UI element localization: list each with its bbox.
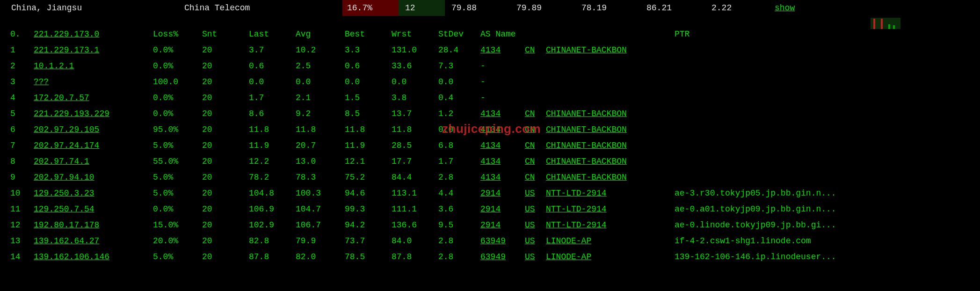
hop-best: 11.9 [345,138,392,153]
hop-number: 7 [10,138,34,153]
hop-last: 0.6 [249,58,296,74]
hop-ptr: ae-0.linode.tokyjp09.jp.bb.gi... [675,217,969,233]
hop-number: 5 [10,106,34,122]
hop-wrst: 13.7 [392,106,438,122]
hop-number: 4 [10,90,34,106]
hop-number: 3 [10,74,34,90]
hop-snt: 20 [202,153,249,169]
hop-avg: 106.7 [296,217,345,233]
hop-loss: 15.0% [153,217,202,233]
hop-snt: 20 [202,106,249,122]
hop-snt: 20 [202,185,249,201]
hop-snt: 20 [202,58,249,74]
hop-ptr [675,122,969,138]
table-row: 3???100.0200.00.00.00.00.0- [10,74,969,90]
hop-ptr: 139-162-106-146.ip.linodeuser... [675,249,969,265]
hop-number: 2 [10,58,34,74]
hop-as: 4134 [480,153,525,169]
hop-ip: 172.20.7.57 [34,90,153,106]
table-row: 13139.162.64.2720.0%2082.879.973.784.02.… [10,233,969,249]
hop-stdev: 3.6 [438,201,480,217]
hop-last: 11.8 [249,122,296,138]
summary-count: 12 [399,0,445,16]
hop-stdev: 0.0 [438,74,480,90]
col-snt: Snt [202,26,249,42]
sparkline [840,0,900,16]
hop-last: 1.7 [249,90,296,106]
hop-ip: 192.80.17.178 [34,217,153,233]
hop-asname: CHINANET-BACKBON [546,106,675,122]
hop-best: 12.1 [345,153,392,169]
hop-last: 87.8 [249,249,296,265]
hop-ptr [675,74,969,90]
hop-wrst: 33.6 [392,58,438,74]
hop-stdev: 0.0 [438,122,480,138]
table-row: 210.1.2.10.0%200.62.50.633.67.3- [10,58,969,74]
hop-asname: CHINANET-BACKBON [546,169,675,185]
hop-cc: CN [525,106,546,122]
hop-as: 4134 [480,138,525,153]
hop-stdev: 9.5 [438,217,480,233]
hop-best: 94.2 [345,217,392,233]
hop-cc: US [525,217,546,233]
hop-wrst: 111.1 [392,201,438,217]
hop-avg: 11.8 [296,122,345,138]
col-last: Last [249,26,296,42]
hop-as: 2914 [480,217,525,233]
mtr-table: 0. 221.229.173.0 Loss% Snt Last Avg Best… [10,26,969,265]
hop-snt: 20 [202,74,249,90]
hop-wrst: 113.1 [392,185,438,201]
hop-best: 3.3 [345,42,392,58]
hop-cc [525,90,546,106]
hop-ip: 129.250.3.23 [34,185,153,201]
hop-snt: 20 [202,169,249,185]
hop-wrst: 84.4 [392,169,438,185]
table-row: 7202.97.24.1745.0%2011.920.711.928.56.84… [10,138,969,153]
hop-loss: 5.0% [153,169,202,185]
table-row: 9202.97.94.105.0%2078.278.375.284.42.841… [10,169,969,185]
hop-loss: 0.0% [153,106,202,122]
hop-number: 12 [10,217,34,233]
summary-avg: 79.89 [510,0,575,16]
hop-best: 0.6 [345,58,392,74]
hop-cc: CN [525,138,546,153]
hop-last: 11.9 [249,138,296,153]
hop-stdev: 4.4 [438,185,480,201]
hop-wrst: 28.5 [392,138,438,153]
col-avg: Avg [296,26,345,42]
hop-as: 2914 [480,185,525,201]
hop-loss: 100.0 [153,74,202,90]
hop-cc [525,74,546,90]
hop-asname: CHINANET-BACKBON [546,153,675,169]
hop-best: 0.0 [345,74,392,90]
hop-ptr: ae-0.a01.tokyjp09.jp.bb.gin.n... [675,201,969,217]
hop-ip: 129.250.7.54 [34,201,153,217]
hop-avg: 10.2 [296,42,345,58]
hop-cc [525,58,546,74]
hop-avg: 104.7 [296,201,345,217]
col-hop: 0. [10,26,34,42]
hop-ptr [675,169,969,185]
table-row: 5221.229.193.2290.0%208.69.28.513.71.241… [10,106,969,122]
hop-snt: 20 [202,90,249,106]
table-header-row: 0. 221.229.173.0 Loss% Snt Last Avg Best… [10,26,969,42]
table-row: 1221.229.173.10.0%203.710.23.3131.028.44… [10,42,969,58]
show-link[interactable]: show [770,0,840,16]
hop-as: 4134 [480,122,525,138]
hop-last: 0.0 [249,74,296,90]
col-asname: AS Name [480,26,675,42]
hop-last: 12.2 [249,153,296,169]
table-row: 11129.250.7.540.0%20106.9104.799.3111.13… [10,201,969,217]
hop-snt: 20 [202,233,249,249]
hop-wrst: 84.0 [392,233,438,249]
hop-as: - [480,58,525,74]
hop-number: 13 [10,233,34,249]
hop-snt: 20 [202,217,249,233]
table-row: 8202.97.74.155.0%2012.213.012.117.71.741… [10,153,969,169]
hop-ip: 202.97.74.1 [34,153,153,169]
hop-asname: NTT-LTD-2914 [546,185,675,201]
hop-as: 63949 [480,233,525,249]
hop-as: 4134 [480,42,525,58]
hop-ip: 202.97.94.10 [34,169,153,185]
hop-stdev: 0.4 [438,90,480,106]
